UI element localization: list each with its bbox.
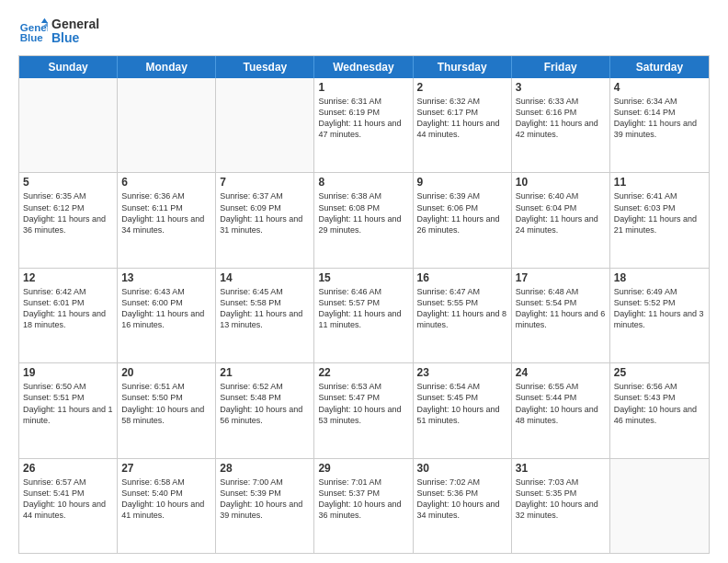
day-number: 24 <box>516 366 606 379</box>
day-number: 18 <box>614 271 705 284</box>
day-info: Sunrise: 6:48 AM Sunset: 5:54 PM Dayligh… <box>516 286 606 331</box>
day-number: 17 <box>516 271 606 284</box>
day-cell-empty <box>610 459 709 553</box>
day-cell-11: 11Sunrise: 6:41 AM Sunset: 6:03 PM Dayli… <box>610 173 709 267</box>
day-number: 19 <box>23 366 113 379</box>
day-cell-empty <box>19 78 118 172</box>
day-number: 12 <box>23 271 113 284</box>
day-info: Sunrise: 6:41 AM Sunset: 6:03 PM Dayligh… <box>614 190 705 236</box>
day-number: 29 <box>318 462 408 475</box>
day-number: 8 <box>318 176 408 189</box>
day-info: Sunrise: 6:39 AM Sunset: 6:06 PM Dayligh… <box>417 190 507 236</box>
day-info: Sunrise: 6:37 AM Sunset: 6:09 PM Dayligh… <box>220 190 310 236</box>
header-day-monday: Monday <box>118 56 216 78</box>
day-number: 11 <box>614 176 705 189</box>
day-number: 13 <box>121 271 211 284</box>
day-info: Sunrise: 6:46 AM Sunset: 5:57 PM Dayligh… <box>318 286 408 331</box>
day-cell-2: 2Sunrise: 6:32 AM Sunset: 6:17 PM Daylig… <box>414 78 512 172</box>
day-info: Sunrise: 7:02 AM Sunset: 5:36 PM Dayligh… <box>417 477 507 522</box>
svg-marker-2 <box>41 18 48 23</box>
day-cell-25: 25Sunrise: 6:56 AM Sunset: 5:43 PM Dayli… <box>610 363 709 457</box>
day-cell-30: 30Sunrise: 7:02 AM Sunset: 5:36 PM Dayli… <box>414 459 512 553</box>
calendar-week-1: 1Sunrise: 6:31 AM Sunset: 6:19 PM Daylig… <box>19 78 709 173</box>
day-info: Sunrise: 7:00 AM Sunset: 5:39 PM Dayligh… <box>220 477 310 522</box>
day-info: Sunrise: 6:42 AM Sunset: 6:01 PM Dayligh… <box>23 286 113 331</box>
logo: General Blue General Blue <box>18 17 99 46</box>
day-cell-empty <box>216 78 314 172</box>
day-number: 23 <box>417 366 507 379</box>
day-info: Sunrise: 6:55 AM Sunset: 5:44 PM Dayligh… <box>516 381 606 426</box>
day-cell-13: 13Sunrise: 6:43 AM Sunset: 6:00 PM Dayli… <box>118 269 216 362</box>
day-cell-6: 6Sunrise: 6:36 AM Sunset: 6:11 PM Daylig… <box>118 173 216 267</box>
day-cell-21: 21Sunrise: 6:52 AM Sunset: 5:48 PM Dayli… <box>216 363 314 457</box>
calendar-body: 1Sunrise: 6:31 AM Sunset: 6:19 PM Daylig… <box>19 78 709 553</box>
day-info: Sunrise: 6:56 AM Sunset: 5:43 PM Dayligh… <box>614 381 705 426</box>
day-info: Sunrise: 6:43 AM Sunset: 6:00 PM Dayligh… <box>121 286 211 331</box>
day-info: Sunrise: 6:36 AM Sunset: 6:11 PM Dayligh… <box>121 190 211 236</box>
header-day-thursday: Thursday <box>414 56 512 78</box>
day-number: 26 <box>23 462 113 475</box>
day-cell-4: 4Sunrise: 6:34 AM Sunset: 6:14 PM Daylig… <box>610 78 709 172</box>
day-number: 3 <box>516 81 606 94</box>
day-info: Sunrise: 7:01 AM Sunset: 5:37 PM Dayligh… <box>318 477 408 522</box>
day-cell-3: 3Sunrise: 6:33 AM Sunset: 6:16 PM Daylig… <box>512 78 610 172</box>
day-cell-12: 12Sunrise: 6:42 AM Sunset: 6:01 PM Dayli… <box>19 269 118 362</box>
day-info: Sunrise: 6:32 AM Sunset: 6:17 PM Dayligh… <box>417 96 507 141</box>
day-number: 4 <box>614 81 705 94</box>
day-info: Sunrise: 6:50 AM Sunset: 5:51 PM Dayligh… <box>23 381 113 426</box>
day-info: Sunrise: 6:47 AM Sunset: 5:55 PM Dayligh… <box>417 286 507 331</box>
day-number: 15 <box>318 271 408 284</box>
calendar-week-3: 12Sunrise: 6:42 AM Sunset: 6:01 PM Dayli… <box>19 269 709 363</box>
day-cell-15: 15Sunrise: 6:46 AM Sunset: 5:57 PM Dayli… <box>314 269 413 362</box>
day-cell-22: 22Sunrise: 6:53 AM Sunset: 5:47 PM Dayli… <box>314 363 413 457</box>
day-number: 21 <box>220 366 310 379</box>
day-number: 2 <box>417 81 507 94</box>
day-number: 1 <box>318 81 408 94</box>
header-day-saturday: Saturday <box>610 56 709 78</box>
day-info: Sunrise: 6:33 AM Sunset: 6:16 PM Dayligh… <box>516 96 606 141</box>
day-info: Sunrise: 6:49 AM Sunset: 5:52 PM Dayligh… <box>614 286 705 331</box>
calendar-header-row: SundayMondayTuesdayWednesdayThursdayFrid… <box>19 56 709 78</box>
day-cell-16: 16Sunrise: 6:47 AM Sunset: 5:55 PM Dayli… <box>414 269 512 362</box>
day-cell-7: 7Sunrise: 6:37 AM Sunset: 6:09 PM Daylig… <box>216 173 314 267</box>
day-cell-23: 23Sunrise: 6:54 AM Sunset: 5:45 PM Dayli… <box>414 363 512 457</box>
day-cell-24: 24Sunrise: 6:55 AM Sunset: 5:44 PM Dayli… <box>512 363 610 457</box>
day-cell-26: 26Sunrise: 6:57 AM Sunset: 5:41 PM Dayli… <box>19 459 118 553</box>
svg-text:Blue: Blue <box>20 32 44 43</box>
day-cell-17: 17Sunrise: 6:48 AM Sunset: 5:54 PM Dayli… <box>512 269 610 362</box>
day-info: Sunrise: 6:35 AM Sunset: 6:12 PM Dayligh… <box>23 190 113 236</box>
day-info: Sunrise: 6:40 AM Sunset: 6:04 PM Dayligh… <box>516 190 606 236</box>
day-info: Sunrise: 6:54 AM Sunset: 5:45 PM Dayligh… <box>417 381 507 426</box>
header-day-tuesday: Tuesday <box>216 56 314 78</box>
day-cell-empty <box>118 78 216 172</box>
day-number: 22 <box>318 366 408 379</box>
day-cell-1: 1Sunrise: 6:31 AM Sunset: 6:19 PM Daylig… <box>314 78 413 172</box>
day-number: 10 <box>516 176 606 189</box>
day-cell-14: 14Sunrise: 6:45 AM Sunset: 5:58 PM Dayli… <box>216 269 314 362</box>
day-number: 31 <box>516 462 606 475</box>
day-number: 28 <box>220 462 310 475</box>
day-number: 20 <box>121 366 211 379</box>
logo-general: General <box>51 17 99 31</box>
day-cell-29: 29Sunrise: 7:01 AM Sunset: 5:37 PM Dayli… <box>314 459 413 553</box>
day-cell-19: 19Sunrise: 6:50 AM Sunset: 5:51 PM Dayli… <box>19 363 118 457</box>
calendar-week-4: 19Sunrise: 6:50 AM Sunset: 5:51 PM Dayli… <box>19 363 709 458</box>
day-info: Sunrise: 6:52 AM Sunset: 5:48 PM Dayligh… <box>220 381 310 426</box>
day-info: Sunrise: 6:57 AM Sunset: 5:41 PM Dayligh… <box>23 477 113 522</box>
day-cell-27: 27Sunrise: 6:58 AM Sunset: 5:40 PM Dayli… <box>118 459 216 553</box>
header: General Blue General Blue <box>18 17 710 46</box>
logo-blue: Blue <box>51 31 99 45</box>
header-day-sunday: Sunday <box>19 56 118 78</box>
logo-icon: General Blue <box>18 17 48 46</box>
day-info: Sunrise: 7:03 AM Sunset: 5:35 PM Dayligh… <box>516 477 606 522</box>
day-info: Sunrise: 6:53 AM Sunset: 5:47 PM Dayligh… <box>318 381 408 426</box>
day-info: Sunrise: 6:34 AM Sunset: 6:14 PM Dayligh… <box>614 96 705 141</box>
day-cell-8: 8Sunrise: 6:38 AM Sunset: 6:08 PM Daylig… <box>314 173 413 267</box>
day-info: Sunrise: 6:51 AM Sunset: 5:50 PM Dayligh… <box>121 381 211 426</box>
header-day-wednesday: Wednesday <box>314 56 413 78</box>
day-cell-9: 9Sunrise: 6:39 AM Sunset: 6:06 PM Daylig… <box>414 173 512 267</box>
header-day-friday: Friday <box>512 56 610 78</box>
day-number: 5 <box>23 176 113 189</box>
day-number: 6 <box>121 176 211 189</box>
calendar: SundayMondayTuesdayWednesdayThursdayFrid… <box>18 55 710 554</box>
